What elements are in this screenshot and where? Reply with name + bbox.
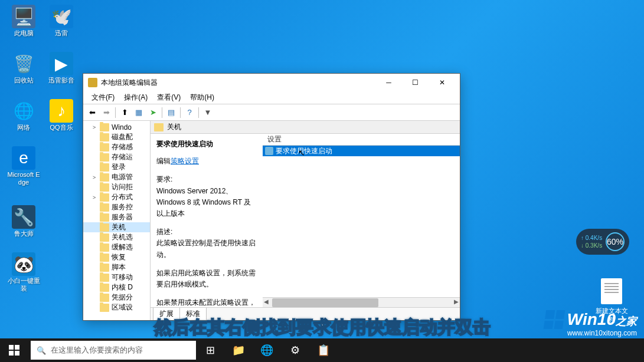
titlebar[interactable]: 本地组策略编辑器 ─ ☐ ✕: [83, 74, 460, 91]
app-icon: 🗑️: [12, 52, 35, 75]
export-button[interactable]: ➤: [146, 106, 159, 119]
back-button[interactable]: ⬅: [86, 106, 99, 119]
minimize-button[interactable]: ─: [375, 74, 402, 91]
search-input[interactable]: 🔍 在这里输入你要搜索的内容: [31, 341, 196, 360]
app-icon: 🖥️: [12, 5, 35, 28]
textfile-icon: [601, 278, 622, 304]
taskbar-app-1[interactable]: 📁: [224, 338, 253, 362]
setting-item-fast-startup[interactable]: 要求使用快速启动 ↖: [263, 146, 460, 156]
expander-icon[interactable]: >: [93, 195, 100, 200]
app-icon: 🐼: [12, 252, 35, 276]
desktop-icon-QQ音乐[interactable]: ♪QQ音乐: [44, 99, 79, 131]
tree-item-恢复[interactable]: 恢复: [83, 252, 150, 262]
tree-item-缓解选[interactable]: 缓解选: [83, 242, 150, 252]
folder-icon: [100, 163, 109, 172]
task-view-button[interactable]: ⊞: [196, 338, 224, 362]
menu-view[interactable]: 查看(V): [152, 91, 185, 104]
tree-item-存储运[interactable]: 存储运: [83, 152, 150, 162]
req-label: 要求:: [156, 175, 172, 183]
desktop-icon-Microsoft Edge[interactable]: eMicrosoft Edge: [6, 146, 41, 186]
start-button[interactable]: [0, 338, 28, 362]
folder-icon: [154, 123, 164, 131]
desktop-icon-网络[interactable]: 🌐网络: [6, 99, 41, 131]
show-hide-tree-button[interactable]: ▦: [132, 106, 145, 119]
upload-speed: ↑ 0.4K/s: [581, 234, 606, 242]
folder-icon: [100, 304, 109, 312]
tree-item-Windo[interactable]: >Windo: [83, 122, 150, 132]
tree-item-分布式[interactable]: >分布式: [83, 192, 150, 202]
folder-icon: [100, 274, 109, 282]
close-button[interactable]: ✕: [429, 74, 455, 91]
menu-action[interactable]: 操作(A): [119, 91, 152, 104]
toolbar: ⬅ ➡ ⬆ ▦ ➤ ▤ ? ▼: [83, 104, 460, 121]
tree-item-存储感[interactable]: 存储感: [83, 142, 150, 152]
tree-item-内核 D[interactable]: 内核 D: [83, 282, 150, 292]
description-column: 要求使用快速启动 编辑策略设置 要求: Windows Server 2012、…: [151, 134, 263, 307]
tree-item-可移动[interactable]: 可移动: [83, 272, 150, 282]
folder-icon: [100, 284, 109, 292]
settings-header[interactable]: 设置: [263, 134, 460, 146]
expander-icon[interactable]: >: [93, 175, 100, 180]
tree-item-区域设[interactable]: 区域设: [83, 302, 150, 312]
folder-icon: [100, 233, 109, 242]
desktop-icon-迅雷[interactable]: 🕊️迅雷: [44, 5, 79, 37]
usage-percent: 60%: [606, 232, 625, 251]
tree-item-关机选[interactable]: 关机选: [83, 232, 150, 242]
edit-policy-link[interactable]: 策略设置: [171, 157, 199, 165]
tree-item-服务器[interactable]: 服务器: [83, 212, 150, 222]
tree-item-服务控[interactable]: 服务控: [83, 202, 150, 212]
refresh-button[interactable]: ▤: [165, 106, 178, 119]
up-button[interactable]: ⬆: [118, 106, 131, 119]
desktop-icon-迅雷影音[interactable]: ▶迅雷影音: [44, 52, 79, 84]
desktop-icon-小白一键重装[interactable]: 🐼小白一键重装: [6, 252, 41, 292]
tree-item-脚本[interactable]: 脚本: [83, 262, 150, 272]
gpedit-window: 本地组策略编辑器 ─ ☐ ✕ 文件(F) 操作(A) 查看(V) 帮助(H) ⬅…: [83, 73, 460, 321]
setting-label: 要求使用快速启动: [276, 146, 332, 156]
taskbar-app-3[interactable]: ⚙: [281, 338, 309, 362]
settings-column: 设置 要求使用快速启动 ↖ ◀ ▶: [263, 134, 460, 307]
horizontal-scrollbar[interactable]: ◀ ▶: [263, 297, 460, 307]
folder-icon: [100, 143, 109, 152]
expander-icon[interactable]: >: [93, 124, 100, 130]
window-title: 本地组策略编辑器: [101, 78, 375, 88]
help-button[interactable]: ?: [183, 106, 196, 119]
tree-item-磁盘配[interactable]: 磁盘配: [83, 132, 150, 142]
forward-button[interactable]: ➡: [100, 106, 113, 119]
tree-item-访问拒[interactable]: 访问拒: [83, 182, 150, 192]
maximize-button[interactable]: ☐: [402, 74, 429, 91]
folder-icon: [100, 123, 109, 131]
network-speed-widget[interactable]: ↑ 0.4K/s ↓ 0.3K/s 60%: [576, 229, 629, 255]
desktop-icon-回收站[interactable]: 🗑️回收站: [6, 52, 41, 84]
tree-item-登录[interactable]: 登录: [83, 162, 150, 172]
detail-header-label: 关机: [167, 122, 181, 132]
folder-icon: [100, 223, 109, 232]
tree-item-电源管[interactable]: >电源管: [83, 172, 150, 182]
app-icon: ♪: [50, 99, 73, 123]
detail-pane: 关机 要求使用快速启动 编辑策略设置 要求: Windows Server 20…: [151, 121, 460, 320]
app-icon: [88, 78, 97, 87]
windows-icon: [9, 345, 19, 356]
folder-icon: [100, 243, 109, 252]
download-speed: ↓ 0.3K/s: [581, 242, 606, 249]
folder-icon: [100, 213, 109, 222]
policy-name: 要求使用快速启动: [156, 139, 257, 150]
desktop-icon-此电脑[interactable]: 🖥️此电脑: [6, 5, 41, 37]
folder-icon: [100, 254, 109, 262]
search-placeholder: 在这里输入你要搜索的内容: [51, 345, 143, 356]
tree-pane[interactable]: >Windo磁盘配存储感存储运登录>电源管访问拒>分布式服务控服务器关机关机选缓…: [83, 121, 151, 320]
app-icon: 🌐: [12, 99, 35, 123]
tree-item-关机[interactable]: 关机: [83, 222, 150, 232]
app-icon: 🕊️: [50, 5, 73, 28]
taskbar-app-4[interactable]: 📋: [309, 338, 338, 362]
folder-icon: [100, 133, 109, 141]
windows-logo-icon: [544, 310, 565, 329]
menu-file[interactable]: 文件(F): [87, 91, 119, 104]
folder-icon: [100, 203, 109, 212]
tree-item-凭据分[interactable]: 凭据分: [83, 292, 150, 302]
taskbar-app-2[interactable]: 🌐: [253, 338, 281, 362]
menu-help[interactable]: 帮助(H): [185, 91, 219, 104]
filter-button[interactable]: ▼: [201, 106, 214, 119]
desktop-icon-鲁大师[interactable]: 🔧鲁大师: [6, 205, 41, 238]
site-logo: Win10之家 www.win10xitong.com: [545, 310, 637, 337]
menubar: 文件(F) 操作(A) 查看(V) 帮助(H): [83, 91, 460, 104]
